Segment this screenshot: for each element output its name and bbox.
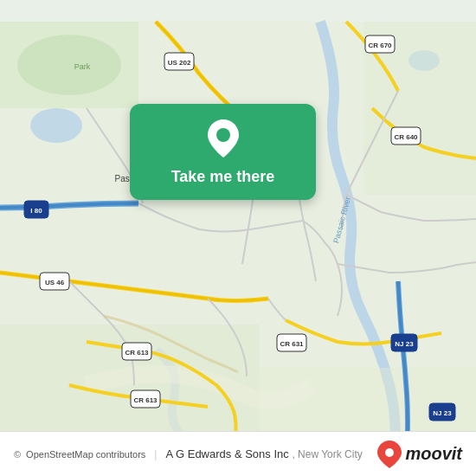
take-me-there-button[interactable]: Take me there [171,168,275,186]
bottom-left: © OpenStreetMap contributors | A G Edwar… [14,447,363,460]
location-name: A G Edwards & Sons Inc , New York City [165,447,362,460]
svg-text:Park: Park [74,62,91,71]
svg-text:CR 670: CR 670 [368,42,392,49]
svg-text:CR 631: CR 631 [280,340,304,348]
svg-text:CR 613: CR 613 [133,396,158,404]
svg-text:US 46: US 46 [45,279,65,286]
svg-point-4 [17,35,121,95]
bottom-bar: © OpenStreetMap contributors | A G Edwar… [0,431,476,476]
svg-point-31 [216,128,230,142]
map-background: US 202 CR 670 CR 640 I 80 US 46 CR 613 C… [0,0,476,476]
moovit-pin-icon [377,441,402,468]
svg-point-32 [385,448,394,457]
svg-text:NJ 23: NJ 23 [395,340,414,348]
moovit-logo: moovit [377,441,462,468]
separator: | [154,448,157,460]
map-container: US 202 CR 670 CR 640 I 80 US 46 CR 613 C… [0,0,476,476]
location-name-text: A G Edwards & Sons Inc [165,447,288,460]
copyright-symbol: © [14,449,21,460]
svg-text:NJ 23: NJ 23 [433,409,452,417]
svg-text:CR 640: CR 640 [394,133,418,141]
svg-text:I 80: I 80 [30,207,42,215]
attribution-text: OpenStreetMap contributors [26,449,145,460]
city-text: , New York City [292,448,362,460]
moovit-wordmark: moovit [405,444,462,464]
svg-text:US 202: US 202 [168,59,191,67]
location-pin-icon [208,119,239,161]
svg-point-1 [30,108,82,143]
action-card[interactable]: Take me there [130,104,316,200]
svg-text:CR 613: CR 613 [125,349,149,357]
